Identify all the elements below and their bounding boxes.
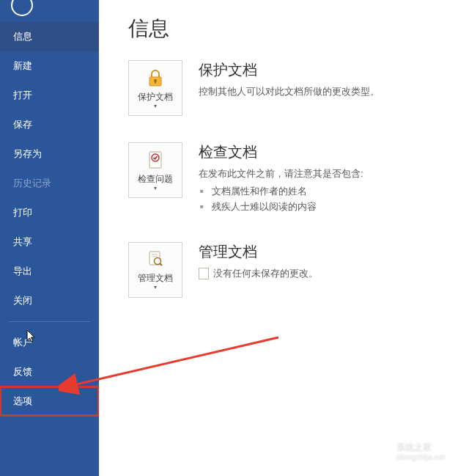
protect-document-tile[interactable]: 保护文档 ▾ bbox=[128, 60, 182, 116]
chevron-down-icon: ▾ bbox=[154, 103, 157, 109]
sidebar-item-history[interactable]: 历史记录 bbox=[0, 169, 99, 198]
watermark: 系统之家 xitongzhijia.net bbox=[366, 441, 445, 463]
inspect-bullet-list: 文档属性和作者的姓名 残疾人士难以阅读的内容 bbox=[199, 184, 458, 216]
section-title: 保护文档 bbox=[199, 60, 458, 80]
sidebar-item-share[interactable]: 共享 bbox=[0, 227, 99, 257]
sidebar-item-saveas[interactable]: 另存为 bbox=[0, 139, 99, 169]
sidebar-item-account[interactable]: 帐户 bbox=[0, 328, 99, 357]
section-title: 管理文档 bbox=[199, 242, 458, 262]
svg-rect-2 bbox=[155, 81, 156, 84]
page-title: 信息 bbox=[128, 15, 458, 43]
list-item: 文档属性和作者的姓名 bbox=[199, 184, 458, 199]
manage-desc-text: 没有任何未保存的更改。 bbox=[213, 268, 318, 279]
sidebar-item-export[interactable]: 导出 bbox=[0, 257, 99, 286]
content-area: 信息 保护文档 ▾ 保护文档 控制其他人可以对此文档所做的更改类型。 bbox=[99, 0, 458, 476]
lock-icon bbox=[144, 67, 167, 88]
inspect-document-tile[interactable]: 检查问题 ▾ bbox=[128, 142, 182, 198]
watermark-sub: xitongzhijia.net bbox=[396, 453, 445, 461]
sidebar-item-info[interactable]: 信息 bbox=[0, 22, 99, 51]
section-inspect: 检查问题 ▾ 检查文档 在发布此文件之前，请注意其是否包含: 文档属性和作者的姓… bbox=[128, 142, 458, 216]
sidebar-item-print[interactable]: 打印 bbox=[0, 198, 99, 227]
tile-label: 管理文档 bbox=[138, 272, 173, 285]
section-manage: 管理文档 ▾ 管理文档 没有任何未保存的更改。 bbox=[128, 242, 458, 298]
sidebar-item-close[interactable]: 关闭 bbox=[0, 286, 99, 315]
section-desc: 控制其他人可以对此文档所做的更改类型。 bbox=[199, 84, 458, 99]
manage-document-tile[interactable]: 管理文档 ▾ bbox=[128, 242, 182, 298]
sidebar: 信息 新建 打开 保存 另存为 历史记录 打印 共享 导出 关闭 帐户 反馈 选… bbox=[0, 0, 99, 476]
section-protect: 保护文档 ▾ 保护文档 控制其他人可以对此文档所做的更改类型。 bbox=[128, 60, 458, 116]
sidebar-item-new[interactable]: 新建 bbox=[0, 51, 99, 81]
section-desc: 没有任何未保存的更改。 bbox=[199, 266, 458, 281]
chevron-down-icon: ▾ bbox=[154, 285, 157, 290]
section-desc: 在发布此文件之前，请注意其是否包含: bbox=[199, 166, 458, 181]
sidebar-item-options[interactable]: 选项 bbox=[0, 387, 99, 416]
sidebar-item-open[interactable]: 打开 bbox=[0, 81, 99, 110]
document-search-icon bbox=[144, 249, 167, 269]
sidebar-item-feedback[interactable]: 反馈 bbox=[0, 357, 99, 387]
svg-line-9 bbox=[160, 263, 162, 266]
house-icon bbox=[366, 441, 392, 463]
tile-label: 检查问题 bbox=[138, 173, 173, 186]
chevron-down-icon: ▾ bbox=[154, 186, 157, 191]
section-title: 检查文档 bbox=[199, 142, 458, 162]
watermark-title: 系统之家 bbox=[396, 442, 445, 453]
tile-label: 保护文档 bbox=[138, 91, 173, 103]
sidebar-divider bbox=[9, 321, 90, 322]
document-icon bbox=[199, 268, 209, 279]
checkmark-page-icon bbox=[144, 150, 167, 170]
list-item: 残疾人士难以阅读的内容 bbox=[199, 199, 458, 215]
back-button[interactable] bbox=[11, 0, 33, 16]
sidebar-item-save[interactable]: 保存 bbox=[0, 110, 99, 139]
